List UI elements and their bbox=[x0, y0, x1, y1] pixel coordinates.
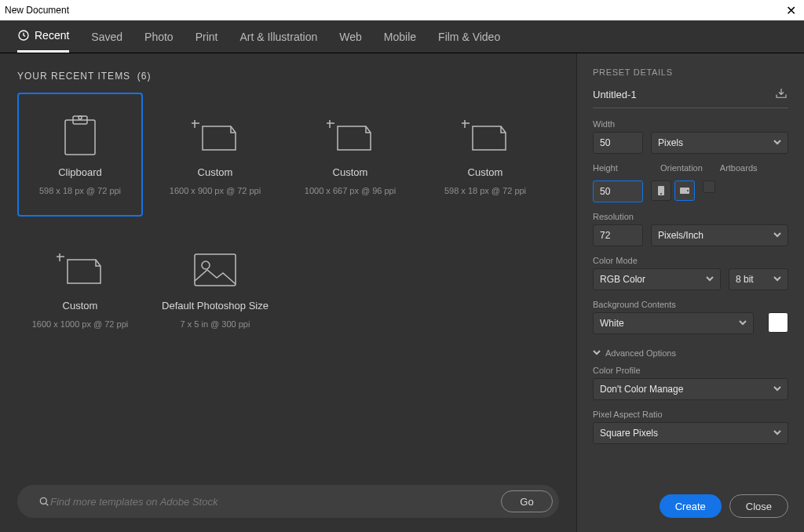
tab-saved[interactable]: Saved bbox=[91, 20, 122, 53]
search-input[interactable] bbox=[50, 496, 501, 508]
card-subtitle: 7 x 5 in @ 300 ppi bbox=[181, 319, 250, 329]
card-subtitle: 598 x 18 px @ 72 ppi bbox=[39, 186, 121, 195]
bg-select[interactable]: White bbox=[593, 312, 754, 334]
bg-label: Background Contents bbox=[593, 300, 788, 309]
tab-film[interactable]: Film & Video bbox=[438, 20, 500, 53]
window-title: New Document bbox=[5, 5, 69, 16]
card-title: Custom bbox=[63, 300, 98, 312]
svg-point-8 bbox=[660, 193, 662, 195]
resolution-unit-select[interactable]: Pixels/Inch bbox=[651, 224, 788, 246]
colormode-select[interactable]: RGB Color bbox=[593, 268, 721, 290]
preset-card[interactable]: Default Photoshop Size7 x 5 in @ 300 ppi bbox=[152, 226, 278, 350]
orientation-portrait[interactable] bbox=[651, 180, 671, 201]
tab-web[interactable]: Web bbox=[339, 20, 362, 53]
clipboard-icon bbox=[53, 115, 107, 159]
width-label: Width bbox=[593, 119, 788, 129]
close-button[interactable]: Close bbox=[729, 494, 788, 518]
card-title: Clipboard bbox=[58, 166, 102, 178]
card-subtitle: 1600 x 1000 px @ 72 ppi bbox=[32, 319, 128, 329]
doc-icon bbox=[459, 115, 512, 159]
preset-card[interactable]: Custom1600 x 1000 px @ 72 ppi bbox=[17, 226, 143, 350]
preset-card[interactable]: Custom598 x 18 px @ 72 ppi bbox=[422, 93, 548, 217]
svg-point-6 bbox=[40, 497, 46, 504]
chevron-down-icon bbox=[773, 137, 781, 148]
height-input[interactable] bbox=[593, 180, 643, 202]
artboards-label: Artboards bbox=[720, 163, 758, 173]
chevron-down-icon bbox=[593, 348, 601, 358]
svg-point-5 bbox=[202, 261, 210, 269]
preset-card[interactable]: Clipboard598 x 18 px @ 72 ppi bbox=[17, 93, 143, 217]
svg-rect-1 bbox=[65, 120, 95, 155]
card-subtitle: 1000 x 667 px @ 96 ppi bbox=[305, 186, 396, 195]
tab-recent[interactable]: Recent bbox=[17, 20, 69, 53]
details-header: PRESET DETAILS bbox=[593, 67, 788, 77]
colormode-label: Color Mode bbox=[593, 256, 788, 265]
titlebar: New Document ✕ bbox=[0, 0, 804, 20]
card-title: Custom bbox=[333, 166, 368, 178]
tab-bar: Recent Saved Photo Print Art & Illustrat… bbox=[0, 20, 804, 53]
advanced-toggle[interactable]: Advanced Options bbox=[593, 348, 788, 358]
tab-art[interactable]: Art & Illustration bbox=[239, 20, 317, 53]
tab-photo[interactable]: Photo bbox=[144, 20, 174, 53]
aspect-select[interactable]: Square Pixels bbox=[593, 422, 788, 444]
chevron-down-icon bbox=[773, 384, 781, 395]
aspect-label: Pixel Aspect Ratio bbox=[593, 410, 788, 419]
chevron-down-icon bbox=[773, 230, 781, 241]
card-title: Default Photoshop Size bbox=[162, 300, 269, 312]
chevron-down-icon bbox=[739, 318, 747, 329]
card-title: Custom bbox=[468, 166, 503, 178]
create-button[interactable]: Create bbox=[660, 494, 722, 518]
card-subtitle: 1600 x 900 px @ 72 ppi bbox=[170, 186, 261, 195]
orientation-landscape[interactable] bbox=[674, 180, 695, 201]
bitdepth-select[interactable]: 8 bit bbox=[729, 268, 788, 290]
section-label: YOUR RECENT ITEMS (6) bbox=[17, 71, 559, 82]
preset-card[interactable]: Custom1000 x 667 px @ 96 ppi bbox=[287, 93, 413, 217]
svg-rect-4 bbox=[195, 254, 236, 286]
doc-icon bbox=[53, 248, 107, 292]
svg-point-10 bbox=[687, 190, 689, 191]
clock-icon bbox=[17, 29, 30, 42]
width-input[interactable] bbox=[593, 132, 643, 154]
close-icon[interactable]: ✕ bbox=[783, 3, 799, 18]
tab-mobile[interactable]: Mobile bbox=[384, 20, 416, 53]
card-title: Custom bbox=[198, 166, 233, 178]
profile-label: Color Profile bbox=[593, 366, 788, 375]
resolution-input[interactable] bbox=[593, 224, 643, 246]
profile-select[interactable]: Don't Color Manage bbox=[593, 378, 788, 400]
chevron-down-icon bbox=[773, 428, 781, 439]
document-name[interactable]: Untitled-1 bbox=[593, 89, 637, 100]
stock-search: Go bbox=[17, 485, 559, 518]
doc-icon bbox=[323, 115, 377, 159]
chevron-down-icon bbox=[773, 274, 781, 285]
recent-panel: YOUR RECENT ITEMS (6) Clipboard598 x 18 … bbox=[0, 53, 576, 532]
photo-icon bbox=[188, 248, 242, 292]
card-subtitle: 598 x 18 px @ 72 ppi bbox=[444, 186, 526, 195]
resolution-label: Resolution bbox=[593, 212, 788, 221]
chevron-down-icon bbox=[706, 274, 714, 285]
height-label: Height bbox=[593, 163, 643, 173]
tab-print[interactable]: Print bbox=[196, 20, 218, 53]
artboards-checkbox[interactable] bbox=[703, 180, 715, 193]
doc-icon bbox=[188, 115, 242, 159]
save-preset-icon[interactable] bbox=[774, 86, 788, 103]
search-icon bbox=[38, 495, 50, 508]
orientation-label: Orientation bbox=[660, 163, 703, 173]
preset-details: PRESET DETAILS Untitled-1 Width Pixels H… bbox=[576, 53, 804, 532]
preset-grid: Clipboard598 x 18 px @ 72 ppiCustom1600 … bbox=[17, 93, 559, 350]
svg-point-3 bbox=[79, 116, 82, 119]
width-unit-select[interactable]: Pixels bbox=[651, 132, 788, 154]
preset-card[interactable]: Custom1600 x 900 px @ 72 ppi bbox=[152, 93, 278, 217]
bg-color-swatch[interactable] bbox=[768, 312, 788, 333]
go-button[interactable]: Go bbox=[501, 490, 553, 512]
